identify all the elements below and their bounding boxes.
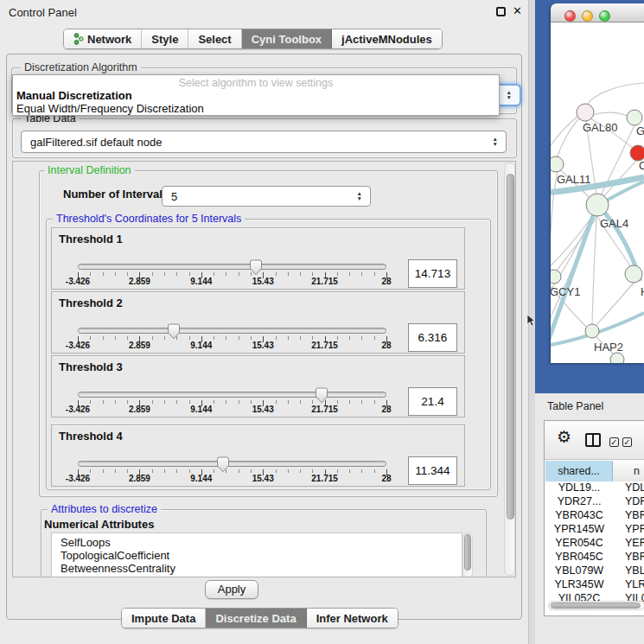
spinner-arrows-icon: ▲▼ bbox=[357, 191, 362, 201]
network-canvas[interactable]: GAL80GACGAL11GAL4GCY1HHAP2 bbox=[551, 22, 644, 363]
dropdown-item-equal-width[interactable]: Equal Width/Frequency Discretization bbox=[16, 102, 204, 115]
tab-style[interactable]: Style bbox=[142, 29, 188, 48]
node-label: GA bbox=[636, 124, 644, 137]
attributes-list-scrollbar-thumb[interactable] bbox=[464, 534, 471, 571]
network-node[interactable] bbox=[577, 104, 594, 121]
algorithm-dropdown-popup: Select algorithm to view settings Manual… bbox=[12, 74, 500, 116]
network-edge[interactable] bbox=[593, 112, 628, 116]
network-node[interactable] bbox=[585, 324, 599, 338]
slider-track[interactable] bbox=[78, 392, 386, 398]
table-row[interactable]: YBL079WYBL0 bbox=[545, 564, 644, 578]
slider-thumb[interactable] bbox=[315, 387, 328, 404]
attribute-list-item[interactable]: TopologicalCoefficient bbox=[61, 549, 169, 562]
slider-track[interactable] bbox=[78, 461, 386, 467]
slider-tick bbox=[115, 469, 116, 473]
network-node[interactable] bbox=[586, 194, 609, 216]
slider-tick bbox=[349, 400, 350, 404]
tab-discretize-data[interactable]: Discretize Data bbox=[206, 609, 306, 628]
main-scrollbar-thumb[interactable] bbox=[507, 174, 514, 520]
attribute-list-item[interactable]: BetweennessCentrality bbox=[61, 562, 175, 575]
tab-network[interactable]: Network bbox=[64, 29, 142, 48]
dropdown-placeholder-item[interactable]: Select algorithm to view settings bbox=[13, 77, 499, 89]
slider-tick-label: 2.859 bbox=[112, 405, 167, 414]
slider-tick bbox=[189, 469, 190, 473]
numerical-attributes-list[interactable]: SelfLoopsTopologicalCoefficientBetweenne… bbox=[51, 532, 462, 577]
close-icon[interactable]: ✕ bbox=[513, 4, 522, 17]
main-scrollbar[interactable] bbox=[504, 163, 515, 576]
network-edge[interactable] bbox=[592, 216, 596, 324]
slider-track[interactable] bbox=[78, 328, 386, 334]
slider-tick bbox=[127, 272, 128, 276]
network-icon bbox=[73, 33, 84, 45]
network-node[interactable] bbox=[551, 270, 561, 284]
slider-tick bbox=[226, 336, 226, 340]
apply-button[interactable]: Apply bbox=[205, 580, 258, 599]
slider-tick-label: 9.144 bbox=[174, 277, 229, 286]
slider-tick bbox=[189, 272, 190, 276]
checkbox-checked-icon[interactable]: ✓ bbox=[622, 437, 632, 447]
attributes-list-scrollbar[interactable] bbox=[462, 532, 473, 577]
slider-tick bbox=[90, 400, 91, 404]
slider-tick bbox=[251, 469, 252, 473]
node-label: C bbox=[639, 159, 644, 172]
table-hscrollbar[interactable] bbox=[548, 601, 644, 610]
number-of-intervals-spinner[interactable]: 5 ▲▼ bbox=[162, 186, 371, 207]
threshold-value-field[interactable]: 14.713 bbox=[408, 259, 457, 288]
gear-icon[interactable]: ⚙ bbox=[557, 429, 571, 445]
zoom-traffic-light-icon[interactable] bbox=[599, 10, 610, 22]
columns-icon[interactable] bbox=[585, 433, 601, 447]
slider-tick bbox=[300, 272, 301, 276]
network-node[interactable] bbox=[625, 265, 642, 283]
tab-cyni-toolbox[interactable]: Cyni Toolbox bbox=[242, 29, 332, 48]
network-node[interactable] bbox=[551, 156, 564, 172]
column-header-shared-name[interactable]: shared... bbox=[545, 461, 613, 481]
slider-tick-label: 28 bbox=[359, 405, 414, 414]
slider-tick-label: -3.426 bbox=[50, 341, 105, 350]
checkbox-checked-icon[interactable]: ✓ bbox=[609, 437, 619, 447]
tab-select[interactable]: Select bbox=[188, 29, 241, 48]
table-hscrollbar-thumb[interactable] bbox=[551, 603, 641, 609]
table-row[interactable]: YPR145WYPR1 bbox=[545, 523, 644, 537]
slider-tick-label: 2.859 bbox=[112, 474, 167, 483]
slider-tick bbox=[288, 272, 289, 276]
network-node[interactable] bbox=[627, 110, 642, 125]
table-data-combobox[interactable]: galFiltered.sif default node ▲▼ bbox=[21, 131, 507, 153]
minimize-traffic-light-icon[interactable] bbox=[582, 10, 593, 22]
table-row[interactable]: YDL19...YDL1 bbox=[545, 481, 644, 495]
table-row[interactable]: YBR043CYBR0 bbox=[545, 509, 644, 523]
slider-thumb[interactable] bbox=[249, 259, 263, 276]
tab-infer-network[interactable]: Infer Network bbox=[307, 609, 398, 628]
slider-track[interactable] bbox=[78, 264, 386, 270]
slider-tick-label: 28 bbox=[359, 341, 414, 350]
slider-tick bbox=[349, 272, 350, 276]
slider-tick bbox=[288, 400, 289, 404]
table-row[interactable]: YER054CYER0 bbox=[545, 537, 644, 551]
threshold-value-field[interactable]: 21.4 bbox=[408, 387, 457, 416]
dropdown-item-manual-discretization[interactable]: Manual Discretization bbox=[16, 89, 132, 102]
network-edge[interactable] bbox=[587, 83, 644, 105]
slider-tick-label: 9.144 bbox=[174, 341, 229, 350]
close-traffic-light-icon[interactable] bbox=[564, 10, 576, 22]
table-row[interactable]: YBR045CYBR0 bbox=[545, 551, 644, 564]
interval-definition-group-title: Interval Definition bbox=[44, 164, 135, 176]
slider-thumb[interactable] bbox=[216, 456, 230, 473]
table-panel: Table Panel ⚙ ✓ ✓ shared... n YDL19...YD… bbox=[535, 393, 644, 644]
slider-tick bbox=[90, 469, 91, 473]
slider-tick bbox=[276, 272, 277, 276]
tab-jactivemnodules[interactable]: jActiveMNodules bbox=[332, 29, 442, 48]
attribute-list-item[interactable]: SelfLoops bbox=[61, 536, 111, 549]
threshold-value-field[interactable]: 6.316 bbox=[408, 323, 457, 352]
network-window-titlebar[interactable] bbox=[551, 3, 644, 22]
network-node[interactable] bbox=[610, 353, 624, 363]
table-row[interactable]: YLR345WYLR3 bbox=[545, 578, 644, 592]
slider-tick bbox=[288, 469, 289, 473]
table-row[interactable]: YDR27...YDR2 bbox=[545, 495, 644, 509]
float-window-icon[interactable] bbox=[496, 7, 506, 16]
slider-thumb[interactable] bbox=[167, 323, 181, 340]
tab-impute-data[interactable]: Impute Data bbox=[122, 609, 206, 628]
column-header-name[interactable]: n bbox=[613, 461, 644, 481]
slider-tick bbox=[374, 272, 375, 276]
cell-shared-name: YDL19... bbox=[545, 481, 613, 494]
network-edge[interactable] bbox=[551, 115, 579, 145]
threshold-value-field[interactable]: 11.344 bbox=[408, 456, 457, 485]
